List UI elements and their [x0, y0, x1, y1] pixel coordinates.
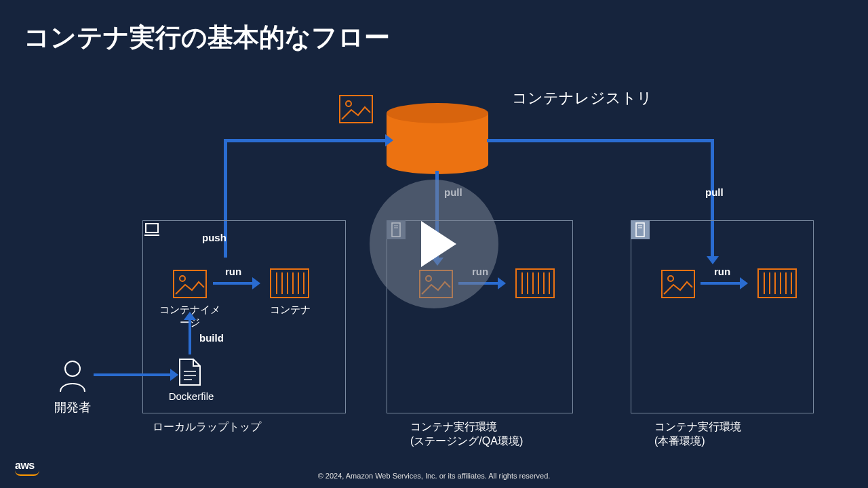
svg-rect-29: [636, 223, 644, 237]
server-icon: [631, 220, 650, 239]
developer-group: 開発者: [54, 359, 91, 415]
aws-logo: aws: [15, 460, 39, 476]
pull-label: pull: [705, 186, 724, 198]
arrowhead-icon: [385, 134, 393, 146]
user-icon: [58, 359, 87, 393]
container-icon: [515, 268, 555, 298]
run-label: run: [714, 266, 730, 277]
container-label: コンテナ: [270, 304, 311, 317]
flow-line: [189, 317, 191, 354]
arrowhead-icon: [498, 277, 506, 289]
environment-caption-production: コンテナ実行環境 (本番環境): [654, 420, 741, 449]
environment-caption-local: ローカルラップトップ: [153, 420, 261, 434]
slide-title: コンテナ実行の基本的なフロー: [24, 20, 390, 55]
svg-rect-2: [146, 224, 158, 232]
laptop-icon: [142, 220, 161, 239]
flow-line: [94, 373, 172, 376]
container-icon: [757, 268, 797, 298]
copyright-text: © 2024, Amazon Web Services, Inc. or its…: [318, 472, 551, 480]
build-label: build: [199, 332, 224, 344]
svg-point-33: [668, 276, 673, 281]
svg-point-16: [65, 361, 80, 376]
environment-box-production: [631, 220, 814, 413]
run-label: run: [225, 266, 241, 277]
play-button[interactable]: [370, 180, 498, 308]
environment-caption-staging: コンテナ実行環境 (ステージング/QA環境): [410, 420, 523, 449]
arrowhead-icon: [740, 277, 748, 289]
arrowhead-icon: [184, 312, 196, 320]
arrowhead-icon: [252, 277, 260, 289]
registry-cylinder-icon: [387, 103, 488, 164]
flow-line: [701, 282, 741, 285]
svg-point-1: [346, 101, 351, 106]
dockerfile-label: Dockerfile: [166, 390, 216, 402]
registry-label: コンテナレジストリ: [512, 88, 652, 108]
image-icon: [173, 270, 207, 298]
image-icon: [339, 95, 373, 123]
file-icon: [178, 358, 201, 389]
flow-line: [487, 139, 714, 142]
container-icon: [270, 268, 309, 298]
flow-line: [224, 139, 387, 142]
flow-line: [213, 282, 254, 285]
developer-label: 開発者: [54, 399, 91, 415]
arrowhead-icon: [170, 369, 178, 381]
svg-point-5: [180, 276, 185, 281]
play-icon: [421, 221, 456, 267]
image-icon: [661, 270, 695, 298]
